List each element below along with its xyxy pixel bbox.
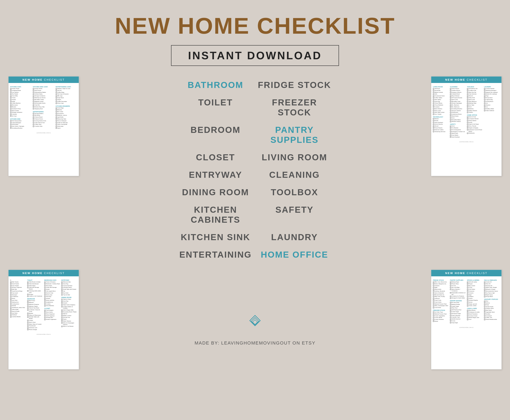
category-closet[interactable]: CLOSET bbox=[176, 149, 255, 166]
instant-download-box: INSTANT DOWNLOAD bbox=[171, 45, 339, 66]
top-right-card-header: NEW HOME CHECKLIST bbox=[431, 76, 502, 83]
top-left-card-footer: LEAVINGHOME.COM.AU bbox=[8, 131, 79, 135]
bottom-right-card-footer: LEAVINGHOME.COM.AU bbox=[431, 326, 502, 329]
category-safety[interactable]: SAFETY bbox=[255, 201, 334, 228]
top-right-card-footer: LEAVINGHOME.COM.AU bbox=[431, 140, 502, 144]
made-by-text: MADE BY: LEAVINGHOMEMOVINGOUT ON ETSY bbox=[194, 340, 316, 346]
category-grid: BATHROOM FRIDGE STOCK TOILET FREEZER STO… bbox=[176, 76, 334, 263]
category-toolbox[interactable]: TOOLBOX bbox=[255, 184, 334, 201]
category-pantry-supplies[interactable]: PANTRY SUPPLIES bbox=[255, 121, 334, 149]
category-bedroom[interactable]: BEDROOM bbox=[176, 121, 255, 149]
bottom-right-card-header: NEW HOME CHECKLIST bbox=[431, 270, 502, 276]
main-title: NEW HOME CHECKLIST bbox=[115, 13, 395, 39]
category-kitchen-sink[interactable]: KITCHEN SINK bbox=[176, 228, 255, 246]
category-entryway[interactable]: ENTRYWAY bbox=[176, 166, 255, 184]
category-toilet[interactable]: TOILET bbox=[176, 94, 255, 121]
category-kitchen-cabinets[interactable]: KITCHEN CABINETS bbox=[176, 201, 255, 228]
category-dining-room[interactable]: DINING ROOM bbox=[176, 184, 255, 201]
bottom-right-checklist-card: NEW HOME CHECKLIST FRIDGE STOCK Milk, Co… bbox=[431, 270, 502, 369]
category-living-room[interactable]: LIVING ROOM bbox=[255, 149, 334, 166]
category-cleaning[interactable]: CLEANING bbox=[255, 166, 334, 184]
category-bathroom[interactable]: BATHROOM bbox=[176, 76, 255, 94]
category-home-office[interactable]: HOME OFFICE bbox=[255, 246, 334, 263]
brand-logo bbox=[247, 313, 263, 330]
instant-download-text: INSTANT DOWNLOAD bbox=[188, 49, 322, 62]
bottom-left-card-footer: LEAVINGHOME.COM.AU bbox=[8, 333, 79, 336]
top-left-card-header: NEW HOME CHECKLIST bbox=[8, 76, 79, 83]
category-fridge-stock[interactable]: FRIDGE STOCK bbox=[255, 76, 334, 94]
bottom-left-checklist-card: NEW HOME CHECKLIST N Bath Towels Hand To… bbox=[8, 270, 79, 369]
category-laundry[interactable]: LAUNDRY bbox=[255, 228, 334, 246]
category-freezer-stock[interactable]: FREEZER STOCK bbox=[255, 94, 334, 121]
top-right-checklist-card: NEW HOME CHECKLIST LIVING ROOM Televisio… bbox=[431, 76, 502, 176]
bottom-left-card-header: NEW HOME CHECKLIST bbox=[8, 270, 79, 276]
top-left-checklist-card: NEW HOME CHECKLIST KITCHEN CONT. Potato … bbox=[8, 76, 79, 176]
category-entertaining[interactable]: ENTERTAINING bbox=[176, 246, 255, 263]
